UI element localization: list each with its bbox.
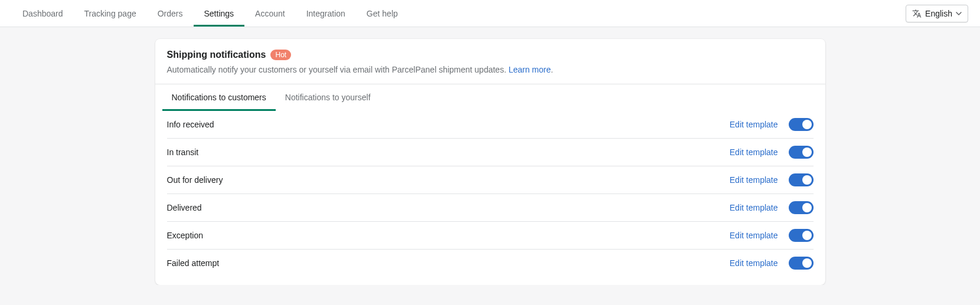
nav-integration[interactable]: Integration [296,0,356,27]
row-delivered: Delivered Edit template [167,194,814,222]
row-controls: Edit template [730,201,814,214]
tabs: Notifications to customers Notifications… [155,84,825,111]
row-controls: Edit template [730,229,814,242]
hot-badge: Hot [270,50,291,60]
toggle-out-for-delivery[interactable] [789,173,814,186]
subtitle-period: . [551,65,553,74]
edit-template-link[interactable]: Edit template [730,258,778,268]
edit-template-link[interactable]: Edit template [730,120,778,129]
top-nav: Dashboard Tracking page Orders Settings … [0,0,980,27]
tab-notifications-yourself[interactable]: Notifications to yourself [276,84,380,111]
shipping-notifications-card: Shipping notifications Hot Automatically… [155,39,825,285]
edit-template-link[interactable]: Edit template [730,175,778,185]
edit-template-link[interactable]: Edit template [730,147,778,157]
row-out-for-delivery: Out for delivery Edit template [167,166,814,194]
nav-tracking-page[interactable]: Tracking page [74,0,147,27]
translate-icon [912,9,922,18]
subtitle-text: Automatically notify your customers or y… [167,65,509,74]
nav-account[interactable]: Account [244,0,296,27]
edit-template-link[interactable]: Edit template [730,231,778,240]
title-row: Shipping notifications Hot [167,50,814,60]
nav-orders[interactable]: Orders [147,0,194,27]
card-title: Shipping notifications [167,50,266,60]
row-in-transit: In transit Edit template [167,139,814,166]
edit-template-link[interactable]: Edit template [730,203,778,212]
toggle-failed-attempt[interactable] [789,257,814,270]
card-header: Shipping notifications Hot Automatically… [155,39,825,84]
card-subtitle: Automatically notify your customers or y… [167,65,814,74]
row-failed-attempt: Failed attempt Edit template [167,250,814,277]
toggle-exception[interactable] [789,229,814,242]
nav-get-help[interactable]: Get help [356,0,409,27]
nav-settings[interactable]: Settings [194,0,245,27]
row-controls: Edit template [730,173,814,186]
chevron-down-icon [956,11,962,17]
tab-notifications-customers[interactable]: Notifications to customers [162,84,276,111]
row-label: Failed attempt [167,258,220,268]
learn-more-link[interactable]: Learn more [508,65,551,74]
toggle-info-received[interactable] [789,118,814,131]
language-label: English [925,9,952,18]
row-controls: Edit template [730,257,814,270]
row-label: Out for delivery [167,175,223,185]
notification-rows: Info received Edit template In transit E… [155,111,825,285]
row-label: Exception [167,231,203,240]
row-controls: Edit template [730,146,814,159]
nav-dashboard[interactable]: Dashboard [12,0,74,27]
row-label: Delivered [167,203,202,212]
row-info-received: Info received Edit template [167,111,814,139]
toggle-in-transit[interactable] [789,146,814,159]
language-selector[interactable]: English [906,5,968,22]
row-label: Info received [167,120,214,129]
content: Shipping notifications Hot Automatically… [155,39,825,285]
toggle-delivered[interactable] [789,201,814,214]
row-exception: Exception Edit template [167,222,814,250]
top-nav-left: Dashboard Tracking page Orders Settings … [12,0,409,27]
row-label: In transit [167,147,199,157]
row-controls: Edit template [730,118,814,131]
